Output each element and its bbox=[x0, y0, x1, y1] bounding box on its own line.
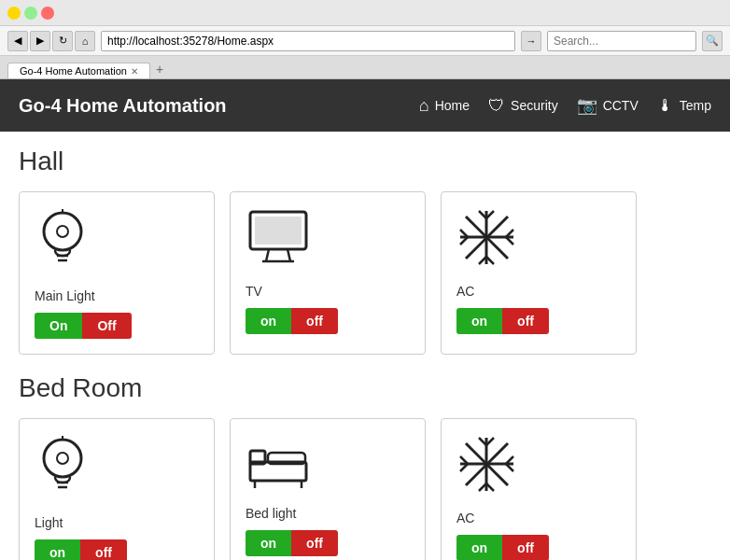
close-button[interactable] bbox=[41, 7, 54, 20]
bedroom-section-title: Bed Room bbox=[19, 373, 711, 403]
maximize-button[interactable] bbox=[24, 7, 37, 20]
device-card-bed-light: Light on off bbox=[19, 418, 215, 560]
search-input[interactable] bbox=[547, 31, 696, 51]
app-content: Hall Main Light bbox=[0, 132, 730, 560]
nav-cctv-label: CCTV bbox=[603, 98, 639, 113]
nav-home[interactable]: ⌂ Home bbox=[419, 96, 470, 116]
hall-light-toggle: On Off bbox=[35, 313, 132, 339]
nav-home-label: Home bbox=[435, 98, 470, 113]
hall-tv-on-button[interactable]: on bbox=[246, 308, 291, 334]
bed-icon bbox=[246, 434, 311, 498]
device-card-hall-tv: TV on off bbox=[230, 191, 426, 355]
bedlight-off-button[interactable]: off bbox=[291, 530, 338, 556]
nav-cctv[interactable]: 📷 CCTV bbox=[577, 95, 639, 116]
hall-devices-grid: Main Light On Off bbox=[19, 191, 711, 355]
window-controls bbox=[7, 7, 54, 20]
forward-button[interactable]: ▶ bbox=[30, 31, 50, 51]
minimize-button[interactable] bbox=[7, 7, 21, 20]
home-icon: ⌂ bbox=[419, 96, 429, 116]
hall-light-on-button[interactable]: On bbox=[35, 313, 82, 339]
hall-section-title: Hall bbox=[19, 147, 711, 176]
bed-ac-name: AC bbox=[456, 511, 474, 525]
bed-light-on-button[interactable]: on bbox=[35, 539, 80, 560]
section-bedroom: Bed Room Light bbox=[19, 373, 711, 560]
hall-ac-on-button[interactable]: on bbox=[456, 308, 502, 334]
svg-point-0 bbox=[44, 213, 81, 250]
bed-ac-toggle: on off bbox=[456, 535, 549, 560]
active-tab[interactable]: Go-4 Home Automation ✕ bbox=[7, 63, 150, 78]
bed-light-toggle: on off bbox=[35, 539, 127, 560]
new-tab-button[interactable]: + bbox=[150, 60, 169, 78]
light-bulb-icon bbox=[35, 207, 91, 281]
address-bar[interactable] bbox=[101, 31, 515, 51]
title-bar-left bbox=[7, 7, 54, 20]
back-button[interactable]: ◀ bbox=[7, 31, 28, 51]
section-hall: Hall Main Light bbox=[19, 147, 711, 355]
bed-light-name: Light bbox=[35, 515, 63, 530]
app-title: Go-4 Home Automation bbox=[19, 95, 227, 117]
hall-ac-off-button[interactable]: off bbox=[502, 308, 549, 334]
svg-line-7 bbox=[266, 249, 269, 261]
tab-close-button[interactable]: ✕ bbox=[131, 66, 138, 77]
bedlight-name: Bed light bbox=[246, 506, 296, 521]
go-button[interactable]: → bbox=[521, 31, 541, 51]
nav-buttons: ◀ ▶ ↻ ⌂ bbox=[7, 31, 95, 51]
app-container: Go-4 Home Automation ⌂ Home 🛡 Security 📷… bbox=[0, 79, 730, 560]
svg-point-26 bbox=[57, 453, 68, 464]
device-card-bedlight: Bed light on off bbox=[230, 418, 426, 560]
tab-bar: Go-4 Home Automation ✕ + bbox=[0, 56, 730, 78]
svg-rect-6 bbox=[255, 217, 302, 245]
svg-point-4 bbox=[57, 226, 68, 237]
hall-ac-toggle: on off bbox=[456, 308, 549, 334]
refresh-button[interactable]: ↻ bbox=[52, 31, 73, 51]
nav-security-label: Security bbox=[511, 98, 558, 113]
device-card-bed-ac: AC on off bbox=[441, 418, 637, 560]
nav-temp-label: Temp bbox=[680, 98, 711, 113]
nav-bar: ◀ ▶ ↻ ⌂ → 🔍 bbox=[0, 26, 730, 56]
home-nav-button[interactable]: ⌂ bbox=[75, 31, 95, 51]
hall-light-off-button[interactable]: Off bbox=[82, 313, 131, 339]
temp-icon: 🌡 bbox=[657, 96, 674, 116]
hall-tv-off-button[interactable]: off bbox=[291, 308, 338, 334]
device-card-hall-light: Main Light On Off bbox=[19, 191, 215, 355]
bedlight-on-button[interactable]: on bbox=[246, 530, 291, 556]
tv-icon bbox=[246, 207, 311, 276]
bed-light-off-button[interactable]: off bbox=[80, 539, 127, 560]
hall-ac-name: AC bbox=[456, 284, 474, 299]
hall-tv-name: TV bbox=[246, 284, 262, 299]
device-card-hall-ac: AC on off bbox=[441, 191, 637, 355]
tab-label: Go-4 Home Automation bbox=[20, 65, 127, 77]
title-bar bbox=[0, 0, 730, 26]
snowflake-icon-hall bbox=[456, 207, 517, 276]
nav-security[interactable]: 🛡 Security bbox=[488, 96, 558, 116]
hall-tv-toggle: on off bbox=[246, 308, 338, 334]
nav-temp[interactable]: 🌡 Temp bbox=[657, 96, 711, 116]
security-icon: 🛡 bbox=[488, 96, 505, 116]
search-button[interactable]: 🔍 bbox=[702, 31, 723, 51]
cctv-icon: 📷 bbox=[577, 95, 597, 116]
app-header: Go-4 Home Automation ⌂ Home 🛡 Security 📷… bbox=[0, 79, 730, 132]
svg-line-8 bbox=[288, 249, 290, 261]
nav-menu: ⌂ Home 🛡 Security 📷 CCTV 🌡 Temp bbox=[419, 95, 711, 116]
svg-point-22 bbox=[44, 440, 81, 477]
hall-light-name: Main Light bbox=[35, 288, 95, 303]
bedlight-toggle: on off bbox=[246, 530, 338, 556]
browser-chrome: ◀ ▶ ↻ ⌂ → 🔍 Go-4 Home Automation ✕ + bbox=[0, 0, 730, 79]
bed-ac-on-button[interactable]: on bbox=[456, 535, 502, 560]
bed-ac-off-button[interactable]: off bbox=[502, 535, 549, 560]
snowflake-icon-bed bbox=[456, 434, 517, 503]
bedroom-devices-grid: Light on off bbox=[19, 418, 711, 560]
bed-light-bulb-icon bbox=[35, 434, 91, 508]
